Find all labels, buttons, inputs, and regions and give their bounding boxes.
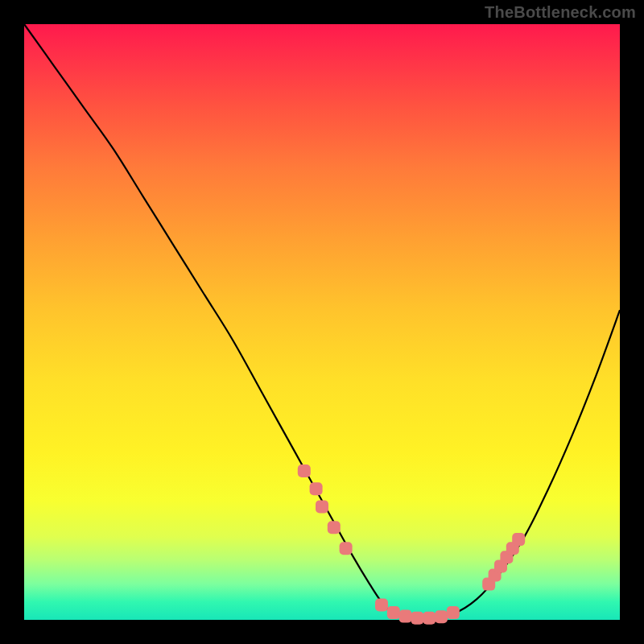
plot-area [24, 24, 620, 620]
curve-marker [316, 500, 328, 513]
curve-marker [387, 606, 400, 619]
curve-marker [375, 599, 388, 612]
curve-marker [512, 533, 525, 546]
curve-marker [411, 612, 423, 625]
curve-marker [423, 612, 436, 625]
curve-marker [447, 606, 460, 619]
bottleneck-curve [24, 24, 620, 618]
curve-marker [328, 521, 341, 534]
watermark-text: TheBottleneck.com [485, 3, 636, 22]
curve-marker [310, 482, 323, 495]
curve-marker [435, 610, 448, 623]
marker-group [298, 464, 525, 625]
curve-marker [340, 542, 353, 555]
chart-svg [24, 24, 620, 620]
curve-marker [399, 610, 412, 623]
curve-marker [298, 464, 311, 477]
